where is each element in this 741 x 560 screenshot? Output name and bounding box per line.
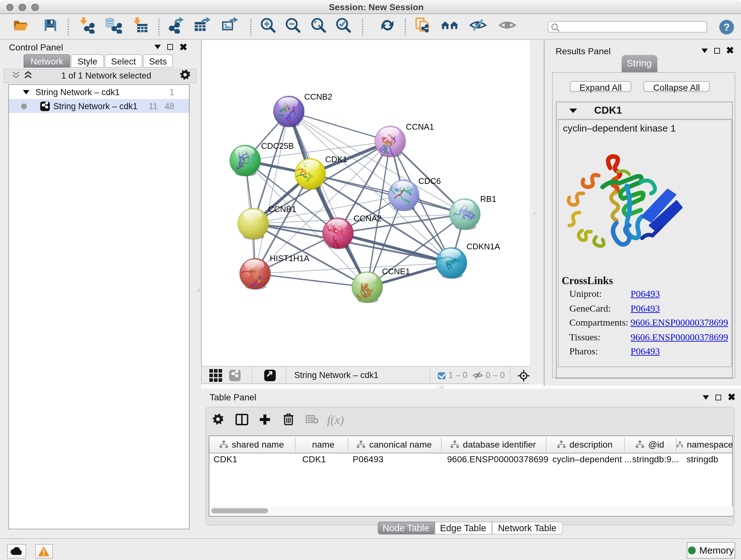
svg-text:CDC6: CDC6 — [418, 176, 441, 186]
svg-text:HIST1H1A: HIST1H1A — [270, 253, 310, 263]
svg-text:CDC25B: CDC25B — [261, 141, 293, 150]
svg-text:CDKN1A: CDKN1A — [467, 241, 500, 251]
svg-text:CDK1: CDK1 — [325, 154, 347, 164]
svg-text:CCNB2: CCNB2 — [304, 91, 332, 101]
svg-text:RB1: RB1 — [480, 194, 496, 204]
svg-text:CCNB1: CCNB1 — [268, 204, 296, 213]
svg-text:CCNA1: CCNA1 — [406, 122, 434, 131]
svg-text:CCNA2: CCNA2 — [354, 213, 382, 223]
svg-text:CCNE1: CCNE1 — [382, 266, 410, 276]
